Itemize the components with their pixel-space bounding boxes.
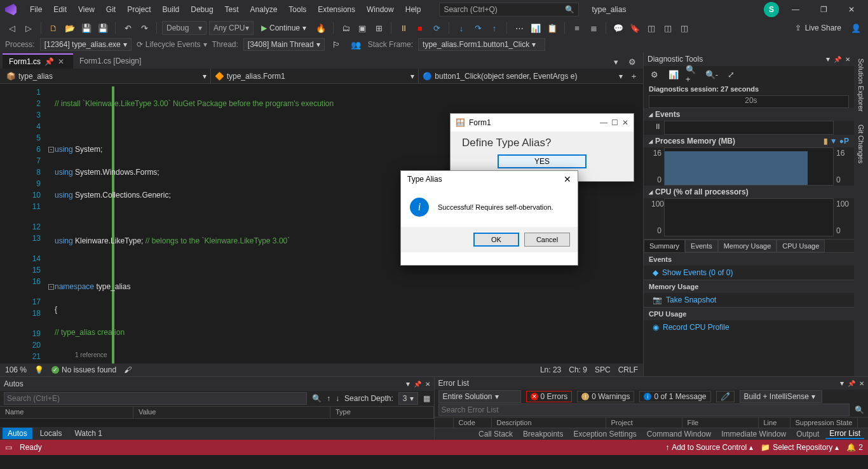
solution-explorer-tab[interactable]: Solution Explorer <box>856 56 866 114</box>
record-cpu-link[interactable]: ◉Record CPU Profile <box>644 320 854 334</box>
nav-plus-icon[interactable]: ＋ <box>627 69 641 83</box>
notifications-button[interactable]: 🔔2 <box>846 443 863 452</box>
menu-help[interactable]: Help <box>400 5 427 14</box>
cpu-chart[interactable] <box>664 198 834 236</box>
bookmark-icon[interactable]: 🔖 <box>628 21 642 35</box>
threads-icon[interactable]: 👥 <box>349 37 363 51</box>
yes-button[interactable]: YES <box>498 154 587 168</box>
maximize-button[interactable]: ☐ <box>611 118 618 127</box>
close-icon[interactable] <box>859 379 864 388</box>
err-col-description[interactable]: Description <box>492 418 606 428</box>
memory-header[interactable]: Process Memory (MB)▮▼●P <box>644 135 854 147</box>
depth-dropdown[interactable]: 3▾ <box>398 392 418 405</box>
nav-class[interactable]: 🔶 type_alias.Form1▾ <box>210 69 419 83</box>
feedback-icon[interactable]: 👤 <box>849 21 863 35</box>
nav-back-icon[interactable]: ◁ <box>5 21 19 35</box>
menu-edit[interactable]: Edit <box>48 5 72 14</box>
clippy-icon[interactable]: 🧷 <box>716 391 735 402</box>
search-box[interactable]: Search (Ctrl+Q) 🔍 <box>439 3 579 17</box>
close-tab-icon[interactable]: ✕ <box>58 57 67 66</box>
git-changes-tab[interactable]: Git Changes <box>856 122 866 166</box>
close-button[interactable]: ✕ <box>622 118 628 127</box>
lifecycle-events[interactable]: ⟳ Lifecycle Events ▾ <box>137 40 207 49</box>
window-tab-command-window[interactable]: Command Window <box>643 430 715 438</box>
ok-button[interactable]: OK <box>473 233 519 247</box>
step-into-icon[interactable]: ↓ <box>454 21 468 35</box>
errors-pill[interactable]: ✕0 Errors <box>526 391 573 402</box>
indent-less-icon[interactable]: ≡ <box>570 21 584 35</box>
menu-test[interactable]: Test <box>219 5 245 14</box>
tb-end-3[interactable]: ◫ <box>677 21 691 35</box>
diag-tab-events[interactable]: Events <box>685 240 718 252</box>
err-col-icon[interactable] <box>435 418 454 428</box>
step-out-icon[interactable]: ↑ <box>487 21 501 35</box>
err-col-file[interactable]: File <box>682 418 759 428</box>
tb-icon-1[interactable]: 🗂 <box>339 21 353 35</box>
redo-icon[interactable]: ↷ <box>137 21 151 35</box>
tb-misc-3[interactable]: 📋 <box>545 21 559 35</box>
menu-git[interactable]: Git <box>100 5 121 14</box>
window-tab-output[interactable]: Output <box>792 430 823 438</box>
take-snapshot-link[interactable]: 📷Take Snapshot <box>644 293 854 307</box>
err-col-project[interactable]: Project <box>606 418 682 428</box>
thread-dropdown[interactable]: [3408] Main Thread ▾ <box>243 38 325 51</box>
process-dropdown[interactable]: [12364] type_alias.exe ▾ <box>40 38 132 51</box>
scope-dropdown[interactable]: Entire Solution▾ <box>438 390 521 403</box>
stackframe-dropdown[interactable]: type_alias.Form1.button1_Click ▾ <box>418 38 545 51</box>
menu-analyze[interactable]: Analyze <box>245 5 283 14</box>
gear-icon[interactable]: ⚙ <box>648 67 661 81</box>
platform-dropdown[interactable]: Any CPU▾ <box>209 21 254 35</box>
menu-view[interactable]: View <box>72 5 100 14</box>
tb-end-1[interactable]: ◫ <box>644 21 658 35</box>
pin-icon[interactable] <box>834 55 841 64</box>
autos-tab-autos[interactable]: Autos <box>3 428 32 439</box>
restore-button[interactable]: ❐ <box>812 1 835 18</box>
tab-dropdown-icon[interactable]: ▾ <box>609 55 623 69</box>
err-col-line[interactable]: Line <box>759 418 790 428</box>
user-avatar[interactable]: S <box>764 2 779 17</box>
tb-misc-1[interactable]: ⋯ <box>512 21 526 35</box>
col-name[interactable]: Name <box>0 407 133 418</box>
window-tab-immediate-window[interactable]: Immediate Window <box>717 430 790 438</box>
save-icon[interactable]: 💾 <box>79 21 93 35</box>
menu-tools[interactable]: Tools <box>283 5 312 14</box>
tb-icon-3[interactable]: ⊞ <box>372 21 386 35</box>
window-tab-exception-settings[interactable]: Exception Settings <box>569 430 640 438</box>
menu-debug[interactable]: Debug <box>185 5 219 14</box>
col-type[interactable]: Type <box>330 407 434 418</box>
lightbulb-icon[interactable]: 💡 <box>34 365 44 374</box>
source-control-button[interactable]: ↑Add to Source Control ▴ <box>665 443 753 452</box>
col-value[interactable]: Value <box>133 407 330 418</box>
search-icon[interactable]: 🔍 <box>855 405 864 414</box>
comment-icon[interactable]: 💬 <box>611 21 625 35</box>
errorlist-search-input[interactable] <box>438 404 850 416</box>
close-panel-icon[interactable] <box>845 55 850 64</box>
filter-icon[interactable]: ▦ <box>423 394 430 403</box>
window-tab-call-stack[interactable]: Call Stack <box>475 430 517 438</box>
autos-search-input[interactable] <box>4 392 307 405</box>
reset-zoom-icon[interactable]: ⤢ <box>724 67 738 81</box>
search-icon[interactable]: 🔍 <box>312 394 322 403</box>
tab-form1-cs[interactable]: Form1.cs 📌 ✕ <box>3 53 73 69</box>
autos-tab-watch-1[interactable]: Watch 1 <box>69 428 107 439</box>
new-project-icon[interactable]: 🗋 <box>46 21 60 35</box>
output-pane-icon[interactable]: ▭ <box>5 443 12 452</box>
hot-reload-icon[interactable]: 🔥 <box>314 21 328 35</box>
tb-end-2[interactable]: ◫ <box>661 21 675 35</box>
menu-extensions[interactable]: Extensions <box>312 5 361 14</box>
continue-button[interactable]: ▶ Continue ▾ <box>256 21 311 35</box>
step-over-icon[interactable]: ↷ <box>471 21 485 35</box>
diag-tab-memory-usage[interactable]: Memory Usage <box>718 240 777 252</box>
arrow-up-icon[interactable]: ↑ <box>327 394 330 403</box>
build-filter-dropdown[interactable]: Build + IntelliSense▾ <box>740 390 822 403</box>
events-chart[interactable] <box>664 121 834 135</box>
save-all-icon[interactable]: 💾 <box>96 21 110 35</box>
cpu-header[interactable]: CPU (% of all processors) <box>644 186 854 198</box>
tb-misc-2[interactable]: 📊 <box>529 21 543 35</box>
autos-tab-locals[interactable]: Locals <box>35 428 67 439</box>
events-header[interactable]: Events <box>644 108 854 121</box>
pin-icon[interactable] <box>414 379 421 388</box>
timeline-ruler[interactable]: 20s <box>649 95 849 108</box>
close-icon[interactable] <box>425 379 430 388</box>
config-dropdown[interactable]: Debug▾ <box>162 21 207 35</box>
